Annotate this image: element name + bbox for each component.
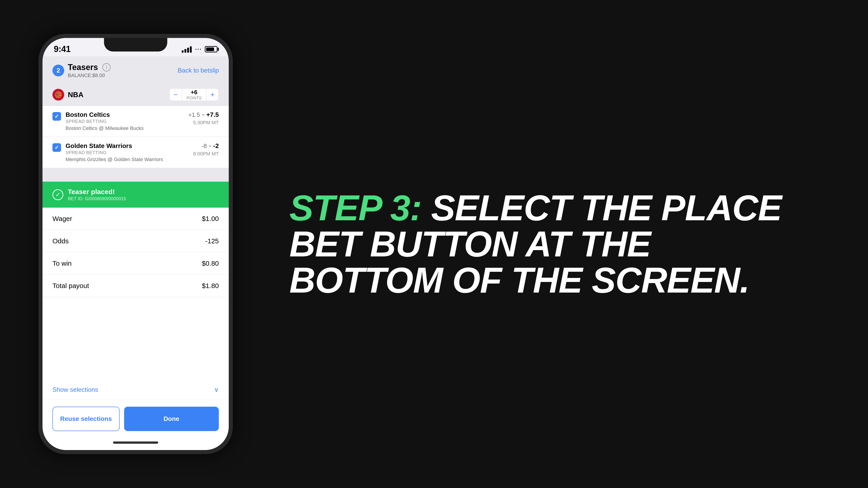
to-win-row: To win $0.80 (42, 252, 229, 275)
bet-matchup-2: Memphis Grizzlies @ Golden State Warrior… (66, 157, 188, 162)
total-payout-label: Total payout (53, 282, 89, 290)
success-id: BET ID: G/0006093/0000015 (68, 196, 126, 201)
phone-screen: 9:41 ⋅⋅⋅ (42, 38, 229, 450)
points-selector: − +6 POINTS + (169, 88, 219, 101)
step-badge: 2 (53, 65, 64, 76)
nba-row: 🏀 NBA − +6 POINTS + (42, 84, 229, 106)
bet-type-2: SPREAD BETTING (66, 150, 188, 155)
new-spread-2: -2 (213, 142, 219, 150)
step-label: STEP 3: (289, 188, 422, 228)
bet-team-2: Golden State Warriors (66, 142, 188, 150)
step-instruction: STEP 3: SELECT THE PLACE BET BUTTON AT T… (289, 190, 786, 298)
phone-notch (104, 38, 167, 52)
action-buttons: Reuse selections Done (42, 400, 229, 438)
bet-right-1: +1.5 » +7.5 5:30PM MT (188, 111, 219, 126)
back-to-betslip-link[interactable]: Back to betslip (178, 67, 219, 74)
points-value: +6 (191, 89, 197, 96)
wifi-icon: ⋅⋅⋅ (195, 45, 202, 53)
reuse-selections-button[interactable]: Reuse selections (53, 407, 120, 431)
increase-points-button[interactable]: + (206, 88, 219, 101)
bet-checkbox-2[interactable] (53, 143, 61, 152)
bet-type-1: SPREAD BETTING (66, 119, 184, 124)
bet-info-2: Golden State Warriors SPREAD BETTING Mem… (66, 142, 188, 162)
odds-label: Odds (53, 237, 69, 245)
chevron-down-icon: ∨ (214, 386, 219, 393)
success-banner: ✓ Teaser placed! BET ID: G/0006093/00000… (42, 182, 229, 207)
phone-frame: 9:41 ⋅⋅⋅ (38, 34, 233, 454)
gray-spacer (42, 168, 229, 182)
bet-spread-2: -8 » -2 (193, 142, 219, 150)
bet-info-1: Boston Celtics SPREAD BETTING Boston Cel… (66, 111, 184, 131)
app-header: 2 Teasers i BALANCE:$8.00 (42, 56, 229, 84)
done-button[interactable]: Done (124, 407, 219, 431)
bet-team-1: Boston Celtics (66, 111, 184, 119)
success-title: Teaser placed! (68, 188, 126, 196)
decrease-points-button[interactable]: − (169, 88, 182, 101)
header-title: Teasers (68, 63, 98, 72)
header-title-group: Teasers i BALANCE:$8.00 (68, 63, 111, 78)
app-content: 2 Teasers i BALANCE:$8.00 (42, 56, 229, 450)
odds-value: -125 (205, 237, 219, 245)
home-indicator (42, 438, 229, 450)
bet-item-2: Golden State Warriors SPREAD BETTING Mem… (42, 137, 229, 168)
wager-row: Wager $1.00 (42, 207, 229, 230)
to-win-label: To win (53, 260, 72, 267)
total-payout-row: Total payout $1.80 (42, 275, 229, 297)
bet-item: Boston Celtics SPREAD BETTING Boston Cel… (42, 106, 229, 137)
show-selections-row[interactable]: Show selections ∨ (42, 380, 229, 400)
bet-right-2: -8 » -2 8:00PM MT (193, 142, 219, 157)
bet-summary: Wager $1.00 Odds -125 To win $0.80 Tot (42, 207, 229, 380)
status-time: 9:41 (54, 44, 70, 54)
volume-button (38, 115, 40, 137)
points-label: POINTS (186, 96, 202, 101)
to-win-value: $0.80 (202, 260, 219, 267)
signal-icon (182, 46, 192, 53)
success-text-group: Teaser placed! BET ID: G/0006093/0000015 (68, 188, 126, 201)
nba-label-group: 🏀 NBA (53, 89, 84, 101)
bet-list: Boston Celtics SPREAD BETTING Boston Cel… (42, 106, 229, 168)
wager-label: Wager (53, 215, 72, 223)
header-balance: BALANCE:$8.00 (68, 72, 111, 78)
bet-time-1: 5:30PM MT (188, 120, 219, 126)
info-icon[interactable]: i (102, 63, 111, 71)
header-left: 2 Teasers i BALANCE:$8.00 (53, 63, 111, 78)
old-spread-1: +1.5 (188, 111, 200, 119)
power-button (231, 115, 233, 151)
total-payout-value: $1.80 (202, 282, 219, 290)
nba-label: NBA (68, 91, 84, 99)
show-selections-link[interactable]: Show selections (53, 386, 98, 393)
bet-spread-1: +1.5 » +7.5 (188, 111, 219, 119)
odds-row: Odds -125 (42, 230, 229, 252)
text-section: STEP 3: SELECT THE PLACE BET BUTTON AT T… (271, 167, 868, 321)
phone-section: 9:41 ⋅⋅⋅ (0, 0, 271, 488)
points-display: +6 POINTS (182, 88, 206, 101)
wager-value: $1.00 (202, 215, 219, 223)
battery-icon (205, 46, 217, 53)
new-spread-1: +7.5 (206, 111, 219, 119)
success-icon: ✓ (53, 189, 63, 200)
page-layout: 9:41 ⋅⋅⋅ (0, 0, 868, 488)
bet-time-2: 8:00PM MT (193, 151, 219, 157)
old-spread-2: -8 (202, 142, 207, 150)
bet-checkbox-1[interactable] (53, 112, 61, 121)
bet-matchup-1: Boston Celtics @ Milwaukee Bucks (66, 125, 184, 131)
home-bar (113, 442, 158, 444)
status-icons: ⋅⋅⋅ (182, 45, 217, 53)
nba-icon: 🏀 (53, 89, 64, 101)
